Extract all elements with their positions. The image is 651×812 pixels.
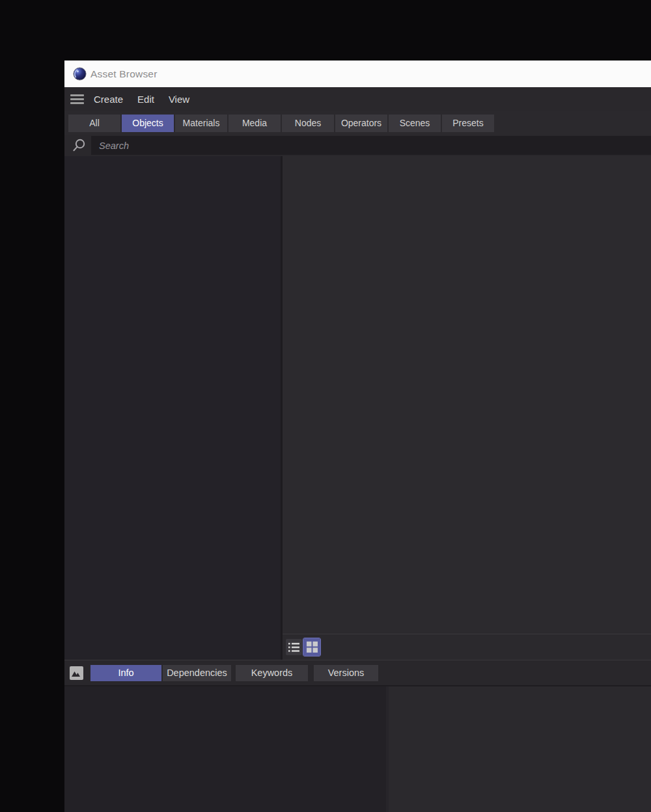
grid-view-button[interactable] (303, 638, 320, 656)
tab-info[interactable]: Info (90, 665, 161, 681)
search-row (64, 135, 651, 156)
detail-tabs: Info Dependencies Keywords Versions (90, 665, 378, 681)
title-bar: Asset Browser (64, 61, 651, 87)
tab-objects[interactable]: Objects (122, 115, 174, 132)
folder-tree-panel (64, 156, 281, 660)
tab-keywords[interactable]: Keywords (236, 665, 308, 681)
browser-main (64, 156, 651, 660)
detail-tab-bar: Info Dependencies Keywords Versions (64, 660, 651, 686)
tab-materials[interactable]: Materials (175, 115, 227, 132)
tab-all[interactable]: All (68, 115, 120, 132)
search-input[interactable] (91, 136, 651, 155)
grid-view-icon (307, 642, 318, 653)
list-view-button[interactable] (286, 639, 302, 655)
desktop-backdrop: Asset Browser Create Edit View All Objec… (0, 0, 651, 812)
window-title: Asset Browser (90, 68, 158, 80)
menu-view[interactable]: View (169, 94, 189, 105)
asset-grid-area (283, 156, 651, 634)
cinema4d-logo-icon (73, 67, 87, 81)
tab-versions[interactable]: Versions (314, 665, 378, 681)
tab-scenes[interactable]: Scenes (389, 115, 441, 132)
detail-content (64, 686, 651, 812)
tab-dependencies[interactable]: Dependencies (163, 665, 231, 681)
tab-media[interactable]: Media (229, 115, 281, 132)
menu-bar: Create Edit View (64, 87, 651, 111)
menu-edit[interactable]: Edit (137, 94, 154, 105)
asset-preview-area (64, 686, 386, 812)
asset-browser-window: Asset Browser Create Edit View All Objec… (64, 61, 651, 812)
tab-presets[interactable]: Presets (442, 115, 494, 132)
asset-view-column (283, 156, 651, 660)
preview-image-button[interactable] (70, 666, 83, 680)
menu-create[interactable]: Create (94, 94, 123, 105)
asset-info-area (389, 686, 651, 812)
tab-operators[interactable]: Operators (335, 115, 387, 132)
list-view-icon (288, 643, 299, 652)
view-toggle-strip (283, 634, 651, 660)
search-icon (72, 138, 86, 153)
filter-tab-strip: All Objects Materials Media Nodes Operat… (64, 111, 651, 135)
hamburger-menu-icon[interactable] (70, 94, 84, 104)
image-icon (71, 669, 82, 677)
tab-nodes[interactable]: Nodes (282, 115, 334, 132)
